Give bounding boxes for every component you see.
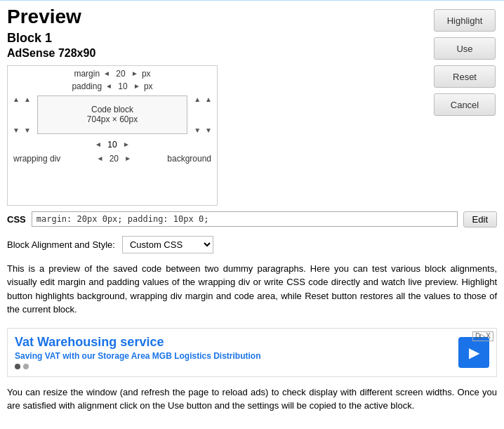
description-text: This is a preview of the saved code betw… bbox=[0, 259, 504, 324]
edit-button[interactable]: Edit bbox=[463, 211, 497, 227]
margin-unit: px bbox=[142, 69, 151, 79]
background-label: background bbox=[167, 154, 211, 164]
code-block-label: Code block bbox=[91, 105, 133, 114]
ad-arrow-button[interactable]: ▶ bbox=[458, 337, 489, 368]
wrapping-increase-btn[interactable]: ► bbox=[124, 154, 132, 162]
wrapping-value: 20 bbox=[107, 154, 121, 164]
padding-decrease-btn[interactable]: ◄ bbox=[105, 82, 113, 90]
left2-top-up-btn[interactable]: ▲ bbox=[23, 95, 32, 103]
bottom-value: 10 bbox=[105, 140, 119, 150]
padding-label: padding bbox=[72, 81, 102, 91]
right-top-up-btn[interactable]: ▲ bbox=[193, 95, 201, 103]
left-top-up-btn[interactable]: ▲ bbox=[12, 95, 20, 103]
alignment-label: Block Alignment and Style: bbox=[7, 239, 115, 250]
ruler: 720 px bbox=[0, 0, 504, 1]
css-input[interactable] bbox=[32, 211, 458, 227]
wrapping-div-label: wrapping div bbox=[13, 154, 60, 164]
ad-banner: Vat Warehousing service Saving VAT with … bbox=[7, 328, 497, 377]
cancel-button[interactable]: Cancel bbox=[434, 93, 496, 116]
css-bar: CSS Edit bbox=[0, 206, 504, 233]
dot-1[interactable] bbox=[15, 364, 20, 369]
action-buttons: Highlight Use Reset Cancel bbox=[434, 6, 497, 206]
padding-unit: px bbox=[144, 81, 153, 91]
alignment-row: Block Alignment and Style: Custom CSS Le… bbox=[0, 233, 504, 259]
padding-increase-btn[interactable]: ► bbox=[133, 82, 141, 90]
ad-arrow-icon: ▶ bbox=[469, 344, 479, 361]
page-title: Preview bbox=[7, 6, 428, 28]
footer-text: You can resize the window (and refresh t… bbox=[0, 381, 504, 418]
bottom-increase-btn[interactable]: ► bbox=[122, 140, 131, 148]
margin-value: 20 bbox=[114, 69, 128, 79]
ad-subtitle-prefix: Saving bbox=[15, 351, 42, 361]
use-button[interactable]: Use bbox=[434, 37, 496, 60]
ad-badge: D▷X bbox=[472, 331, 493, 341]
code-block-dimensions: 704px × 60px bbox=[87, 114, 138, 124]
margin-label: margin bbox=[74, 69, 100, 79]
left-bottom-down-btn[interactable]: ▼ bbox=[12, 126, 20, 134]
css-label: CSS bbox=[7, 214, 26, 225]
dot-2[interactable] bbox=[23, 364, 29, 369]
padding-value: 10 bbox=[116, 81, 130, 91]
margin-increase-btn[interactable]: ► bbox=[131, 70, 139, 77]
alignment-select[interactable]: Custom CSS Left Center Right None bbox=[122, 236, 213, 253]
code-block: Code block 704px × 60px bbox=[37, 95, 187, 134]
margin-decrease-btn[interactable]: ◄ bbox=[102, 70, 111, 77]
bottom-decrease-btn[interactable]: ◄ bbox=[94, 140, 102, 148]
right2-top-up-btn[interactable]: ▲ bbox=[204, 95, 213, 103]
block-name: Block 1 bbox=[7, 31, 428, 46]
right-bottom-down-btn[interactable]: ▼ bbox=[193, 126, 201, 134]
reset-button[interactable]: Reset bbox=[434, 65, 496, 88]
preview-box: margin ◄ 20 ► px padding ◄ 10 ► px ▲ ▼ bbox=[7, 65, 218, 206]
right2-bottom-down-btn[interactable]: ▼ bbox=[204, 126, 213, 134]
block-size: AdSense 728x90 bbox=[7, 47, 428, 60]
ad-subtitle-text: VAT with our Storage Area MGB Logistics … bbox=[42, 351, 260, 361]
ad-title: Vat Warehousing service bbox=[15, 335, 451, 350]
left2-bottom-down-btn[interactable]: ▼ bbox=[23, 126, 32, 134]
highlight-button[interactable]: Highlight bbox=[434, 9, 496, 32]
ad-subtitle: Saving VAT with our Storage Area MGB Log… bbox=[15, 351, 451, 361]
wrapping-decrease-btn[interactable]: ◄ bbox=[95, 154, 104, 162]
